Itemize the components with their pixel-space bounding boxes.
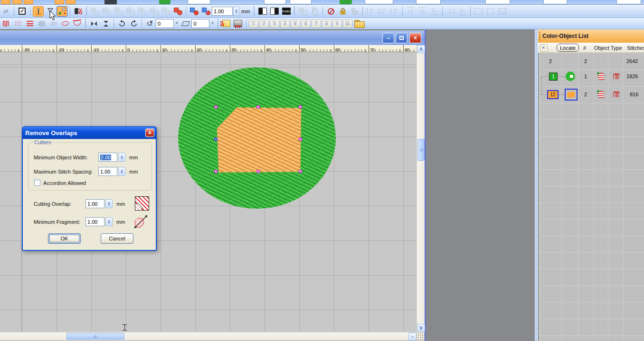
pan-mode-icon[interactable]: ⇄	[0, 6, 11, 17]
max-stitch-spacing-spinner[interactable]: ▲▼	[118, 167, 125, 176]
overlap-distance-spinner[interactable]: ▲▼	[233, 7, 239, 16]
stitch-select-button-8[interactable]: 8	[322, 19, 331, 28]
needle-point-icon[interactable]	[33, 6, 44, 17]
color-chip-1[interactable]: 1	[549, 73, 558, 81]
selection-handle-nw[interactable]	[214, 105, 218, 109]
rotate-ccw-icon[interactable]	[116, 18, 127, 29]
selection-handle-w[interactable]	[214, 138, 218, 141]
align-left-icon[interactable]	[365, 6, 376, 17]
dialog-titlebar[interactable]: Remove Overlaps ×	[22, 127, 156, 139]
cutting-overlap-input[interactable]: 1.00	[85, 199, 104, 208]
group-icon[interactable]	[297, 6, 308, 17]
scroll-down-button[interactable]: ᐯ	[417, 324, 425, 332]
ungroup-icon[interactable]	[309, 6, 320, 17]
pattern-view-icon[interactable]	[269, 6, 280, 17]
document-titlebar[interactable]: – ×	[0, 29, 425, 45]
overlap-distance-icon[interactable]	[200, 6, 211, 17]
panel-titlebar[interactable]: Color-Object List	[538, 29, 644, 43]
rotate-angle-input[interactable]: 0	[156, 19, 174, 28]
scroll-right-button[interactable]: ›	[408, 332, 417, 341]
selection-handle-n[interactable]	[256, 105, 260, 109]
remove-overlaps-icon[interactable]	[172, 6, 183, 17]
cancel-button[interactable]: Cancel	[101, 233, 133, 244]
accordion-allowed-checkbox[interactable]	[34, 180, 40, 186]
mirror-horizontal-icon[interactable]	[88, 18, 99, 29]
back-minus-front-icon[interactable]	[149, 6, 160, 17]
panel-resize-grip[interactable]	[535, 29, 538, 341]
skew-angle-input[interactable]: 0	[191, 19, 209, 28]
collapse-chevron-button[interactable]: «	[540, 44, 548, 52]
selection-handle-e[interactable]	[299, 138, 302, 141]
overlap-distance-input[interactable]: 1.00	[212, 7, 233, 16]
min-object-width-spinner[interactable]: ▲▼	[118, 153, 125, 162]
panel-drag-grip[interactable]	[539, 32, 540, 40]
locate-button[interactable]: Locate	[557, 44, 579, 52]
rotate-cw-icon[interactable]	[128, 18, 139, 29]
align-center-h-icon[interactable]	[377, 6, 388, 17]
intersect-icon[interactable]	[113, 6, 124, 17]
selection-handle-se[interactable]	[299, 170, 302, 173]
unlock-icon[interactable]	[349, 6, 360, 17]
select-checkbox-icon[interactable]: ✓	[17, 6, 28, 17]
stitch-edit-icon[interactable]	[73, 6, 84, 17]
overlap-objects-icon[interactable]	[189, 6, 199, 17]
open-folder-icon[interactable]	[354, 20, 364, 27]
text-abc-icon[interactable]: P|ABC	[281, 6, 292, 17]
object-thumbnail-polygon-selected[interactable]	[565, 89, 578, 101]
object-thumbnail-circle[interactable]	[566, 72, 575, 81]
minimize-button[interactable]: –	[382, 33, 394, 43]
no-entry-icon[interactable]	[325, 6, 336, 17]
stitch-select-button-7[interactable]: 7	[312, 19, 321, 28]
selection-handle-ne[interactable]	[299, 105, 302, 109]
red-outline-shape-icon[interactable]	[60, 18, 71, 29]
weld-icon[interactable]	[89, 6, 100, 17]
motif-fill-icon[interactable]	[36, 18, 47, 29]
selection-handle-s[interactable]	[256, 170, 260, 173]
stitch-select-button-5[interactable]: 5	[291, 19, 300, 28]
distribute-v-icon[interactable]	[457, 6, 468, 17]
dialog-close-button[interactable]: ×	[145, 129, 154, 137]
space-evenly-h-icon[interactable]	[473, 6, 484, 17]
stitch-list-icon[interactable]	[221, 18, 232, 29]
cutting-overlap-spinner[interactable]: ▲▼	[105, 199, 113, 208]
combine-icon[interactable]	[161, 6, 171, 17]
space-evenly-v-icon[interactable]	[485, 6, 496, 17]
close-button[interactable]: ×	[409, 33, 421, 43]
reshape-tool-icon[interactable]	[57, 6, 67, 17]
min-object-width-input[interactable]: 2.00	[98, 153, 117, 162]
align-middle-v-icon[interactable]	[417, 6, 428, 17]
scroll-up-button[interactable]: ᐱ	[417, 45, 425, 53]
stitch-select-button-3[interactable]: 3	[270, 19, 279, 28]
stitch-player-icon[interactable]	[233, 18, 244, 29]
mirror-vertical-icon[interactable]	[100, 18, 111, 29]
selection-handle-sw[interactable]	[214, 170, 218, 173]
trim-icon[interactable]	[101, 6, 112, 17]
vertical-scroll-thumb[interactable]	[417, 139, 425, 161]
stitch-select-button-2[interactable]: 2	[259, 19, 269, 28]
align-right-icon[interactable]	[389, 6, 400, 17]
satin-stitch-icon[interactable]	[0, 18, 11, 29]
color-chip-12[interactable]: 12	[547, 90, 559, 99]
contrast-view-icon[interactable]	[257, 6, 268, 17]
stitch-select-button-9[interactable]: 9	[332, 19, 342, 28]
resize-grip[interactable]	[417, 332, 425, 340]
minimum-fragment-input[interactable]: 1.00	[85, 217, 104, 226]
vertical-scrollbar[interactable]: ᐱ ᐯ	[417, 45, 425, 332]
distribute-h-icon[interactable]	[445, 6, 456, 17]
stitch-select-button-1[interactable]: 1	[249, 19, 258, 28]
stitch-select-button-4[interactable]: 4	[280, 19, 290, 28]
color-object-table[interactable]: 2 2 2642 1 1 1826 12 2 816	[538, 53, 644, 341]
fit-window-icon[interactable]	[497, 6, 508, 17]
align-bottom-icon[interactable]	[429, 6, 440, 17]
max-stitch-spacing-input[interactable]: 1.00	[98, 167, 117, 176]
exclude-icon[interactable]	[125, 6, 136, 17]
minimum-fragment-spinner[interactable]: ▲▼	[105, 217, 113, 226]
ok-button[interactable]: OK	[48, 233, 81, 244]
maximize-button[interactable]	[396, 33, 407, 43]
hoop-icon[interactable]	[72, 18, 83, 29]
horizontal-scrollbar[interactable]: ›	[0, 332, 417, 340]
front-minus-back-icon[interactable]	[137, 6, 148, 17]
stitch-select-button-10[interactable]: 10	[343, 19, 352, 28]
align-top-icon[interactable]	[405, 6, 416, 17]
horizontal-scroll-thumb[interactable]	[66, 333, 124, 340]
